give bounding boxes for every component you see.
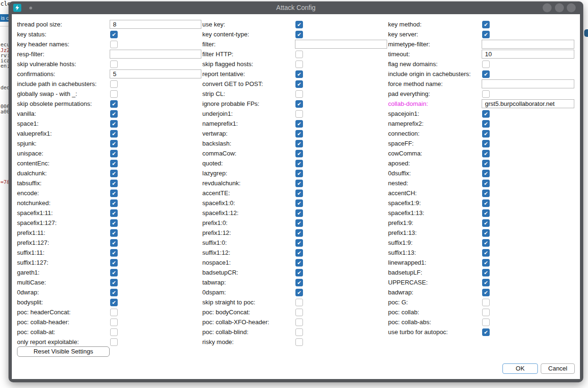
checkbox-include-path-in-cachebusters[interactable]: [110, 80, 118, 88]
checkbox-spaceff[interactable]: [482, 140, 490, 147]
checkbox-connection[interactable]: [482, 130, 490, 138]
checkbox-cowcomma[interactable]: [482, 150, 490, 157]
checkbox-contentenc[interactable]: [110, 160, 118, 167]
checkbox-poc-collab-header[interactable]: [110, 319, 118, 326]
checkbox-ignore-probable-fps[interactable]: [295, 100, 303, 108]
checkbox-skip-flagged-hosts[interactable]: [295, 60, 303, 68]
checkbox-badsetupcr[interactable]: [295, 269, 303, 276]
checkbox-risky-mode[interactable]: [295, 338, 303, 346]
checkbox-spjunk[interactable]: [110, 140, 118, 147]
checkbox-skip-vulnerable-hosts[interactable]: [110, 60, 118, 68]
checkbox-notchunked[interactable]: [110, 199, 118, 207]
checkbox-valueprefix1[interactable]: [110, 130, 118, 138]
checkbox-globally-swap-with[interactable]: [110, 90, 118, 98]
checkbox-poc-headerconcat[interactable]: [110, 309, 118, 316]
checkbox-aposed[interactable]: [482, 160, 490, 167]
checkbox-prefix1-11[interactable]: [110, 229, 118, 237]
checkbox-vertwrap[interactable]: [295, 130, 303, 138]
checkbox-key-server[interactable]: [482, 31, 490, 38]
checkbox-revdualchunk[interactable]: [295, 180, 303, 187]
checkbox-backslash[interactable]: [295, 140, 303, 147]
titlebar[interactable]: Attack Config: [9, 1, 583, 14]
checkbox-poc-collab-at[interactable]: [110, 328, 118, 336]
input-collab-domain[interactable]: [482, 99, 574, 108]
checkbox-use-turbo-for-autopoc[interactable]: [482, 328, 490, 336]
checkbox-uppercase[interactable]: [482, 279, 490, 286]
checkbox-space1[interactable]: [110, 120, 118, 128]
checkbox-prefix1-0[interactable]: [295, 219, 303, 227]
input-force-method-name[interactable]: [482, 79, 574, 88]
checkbox-pad-everything[interactable]: [482, 90, 490, 98]
cancel-button[interactable]: Cancel: [541, 363, 575, 374]
window-button-icon-3[interactable]: [567, 3, 576, 12]
checkbox-skip-obsolete-permutations[interactable]: [110, 100, 118, 108]
checkbox-nameprefix2[interactable]: [482, 120, 490, 128]
checkbox-suffix1-127[interactable]: [110, 259, 118, 267]
checkbox-suffix1-0[interactable]: [295, 239, 303, 247]
checkbox-include-origin-in-cachebusters[interactable]: [482, 70, 490, 78]
checkbox-spacefix1-127[interactable]: [110, 219, 118, 227]
checkbox-0dwrap[interactable]: [110, 289, 118, 296]
reset-visible-settings-button[interactable]: Reset Visible Settings: [17, 346, 110, 357]
checkbox-skip-straight-to-poc[interactable]: [295, 299, 303, 306]
checkbox-encode[interactable]: [110, 190, 118, 197]
checkbox-suffix1-13[interactable]: [482, 249, 490, 257]
checkbox-prefix1-127[interactable]: [110, 239, 118, 247]
checkbox-strip-cl[interactable]: [295, 90, 303, 98]
checkbox-multicase[interactable]: [110, 279, 118, 286]
input-mimetype-filter[interactable]: [482, 40, 574, 49]
checkbox-poc-bodyconcat[interactable]: [295, 309, 303, 316]
input-thread-pool-size[interactable]: [110, 20, 201, 29]
checkbox-spacefix1-9[interactable]: [482, 199, 490, 207]
checkbox-spacefix1-0[interactable]: [295, 199, 303, 207]
checkbox-spacejoin1[interactable]: [482, 110, 490, 118]
checkbox-unispace[interactable]: [110, 150, 118, 157]
checkbox-accentch[interactable]: [482, 190, 490, 197]
checkbox-tabwrap[interactable]: [295, 279, 303, 286]
checkbox-suffix1-11[interactable]: [110, 249, 118, 257]
checkbox-key-status[interactable]: [110, 31, 118, 38]
checkbox-prefix1-9[interactable]: [482, 219, 490, 227]
checkbox-suffix1-9[interactable]: [482, 239, 490, 247]
checkbox-accentte[interactable]: [295, 190, 303, 197]
checkbox-tabsuffix[interactable]: [110, 180, 118, 187]
checkbox-vanilla[interactable]: [110, 110, 118, 118]
window-button-icon-1[interactable]: [543, 3, 552, 12]
checkbox-report-tentative[interactable]: [295, 70, 303, 78]
checkbox-lazygrep[interactable]: [295, 170, 303, 177]
checkbox-suffix1-12[interactable]: [295, 249, 303, 257]
checkbox-nameprefix1[interactable]: [295, 120, 303, 128]
checkbox-flag-new-domains[interactable]: [482, 60, 490, 68]
checkbox-poc-g[interactable]: [482, 299, 490, 306]
checkbox-only-report-exploitable[interactable]: [110, 338, 118, 346]
checkbox-gareth1[interactable]: [110, 269, 118, 276]
checkbox-poc-collab-abs[interactable]: [482, 319, 490, 326]
checkbox-use-key[interactable]: [295, 21, 303, 28]
checkbox-0dsuffix[interactable]: [482, 170, 490, 177]
checkbox-spacefix1-11[interactable]: [110, 209, 118, 217]
checkbox-quoted[interactable]: [295, 160, 303, 167]
checkbox-prefix1-13[interactable]: [482, 229, 490, 237]
checkbox-poc-collab-blind[interactable]: [295, 328, 303, 336]
checkbox-convert-get-to-post[interactable]: [295, 80, 303, 88]
checkbox-key-method[interactable]: [482, 21, 490, 28]
checkbox-underjoin1[interactable]: [295, 110, 303, 118]
checkbox-nospace1[interactable]: [295, 259, 303, 267]
checkbox-0dspam[interactable]: [295, 289, 303, 296]
checkbox-badsetuplf[interactable]: [482, 269, 490, 276]
checkbox-prefix1-12[interactable]: [295, 229, 303, 237]
checkbox-nested[interactable]: [482, 180, 490, 187]
checkbox-key-content-type[interactable]: [295, 31, 303, 38]
input-timeout[interactable]: [482, 50, 574, 59]
checkbox-dualchunk[interactable]: [110, 170, 118, 177]
checkbox-key-header-names[interactable]: [110, 41, 118, 48]
checkbox-spacefix1-13[interactable]: [482, 209, 490, 217]
checkbox-spacefix1-12[interactable]: [295, 209, 303, 217]
checkbox-commacow[interactable]: [295, 150, 303, 157]
checkbox-badwrap[interactable]: [482, 289, 490, 296]
input-confirmations[interactable]: [110, 69, 201, 78]
checkbox-bodysplit[interactable]: [110, 299, 118, 306]
checkbox-poc-collab[interactable]: [482, 309, 490, 316]
input-resp-filter[interactable]: [110, 50, 201, 59]
ok-button[interactable]: OK: [502, 363, 538, 374]
